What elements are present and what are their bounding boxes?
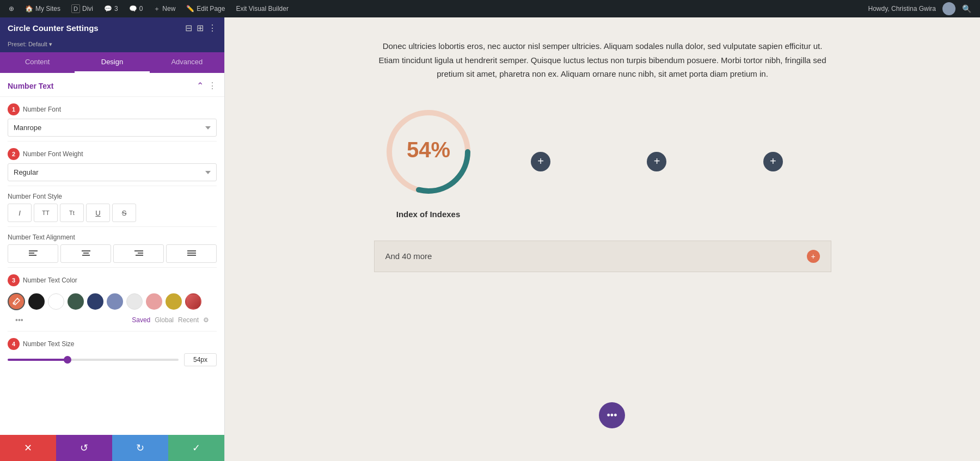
number-text-color-label: 3 Number Text Color: [8, 274, 217, 286]
add-more-button[interactable]: +: [807, 250, 820, 263]
align-center-button[interactable]: [60, 244, 111, 263]
comment-bubble[interactable]: 🗨️ 0: [125, 0, 148, 17]
color-swatch-light-gray[interactable]: [126, 293, 143, 310]
pencil-icon: ✏️: [186, 5, 194, 13]
content-area: Donec ultricies lobortis eros, nec aucto…: [341, 17, 864, 305]
color-swatch-white[interactable]: [48, 293, 64, 310]
size-slider-track[interactable]: [8, 359, 179, 361]
strikethrough-button[interactable]: S: [112, 204, 136, 222]
panel-header-icons: ⊟ ⊞ ⋮: [185, 23, 217, 33]
svg-rect-6: [134, 250, 143, 251]
step-2-badge: 2: [8, 148, 20, 160]
number-font-weight-label: 2 Number Font Weight: [8, 148, 217, 160]
italic-button[interactable]: I: [8, 204, 32, 222]
align-right-button[interactable]: [113, 244, 164, 263]
home-icon: 🏠: [25, 5, 33, 13]
section-controls: ⌃ ⋮: [197, 81, 217, 91]
main-layout: Circle Counter Settings ⊟ ⊞ ⋮ Preset: De…: [0, 17, 980, 461]
color-saved-label[interactable]: Saved: [132, 316, 150, 324]
comments-menu[interactable]: 💬 3: [100, 0, 122, 17]
color-meta: ••• Saved Global Recent ⚙: [8, 314, 217, 327]
align-left-button[interactable]: [8, 244, 58, 263]
color-swatch-gradient[interactable]: [185, 293, 201, 310]
size-slider-thumb[interactable]: [64, 356, 71, 364]
wp-logo[interactable]: ⊕: [4, 0, 19, 17]
number-font-weight-select[interactable]: Regular Bold Light Medium SemiBold: [8, 163, 217, 181]
svg-rect-7: [138, 253, 143, 254]
bubble-icon: 🗨️: [129, 5, 137, 13]
page-content: Donec ultricies lobortis eros, nec aucto…: [225, 17, 980, 461]
dots-icon: •••: [607, 410, 617, 421]
settings-panel: Circle Counter Settings ⊟ ⊞ ⋮ Preset: De…: [0, 17, 225, 461]
more-icon[interactable]: ⋮: [208, 23, 217, 33]
number-text-section-header: Number Text ⌃ ⋮: [0, 73, 224, 97]
step-4-badge: 4: [8, 338, 20, 350]
circle-svg-wrapper: 54%: [379, 103, 477, 201]
divi-menu[interactable]: D Divi: [67, 0, 97, 17]
spacer-col-2: +: [599, 103, 715, 171]
svg-rect-2: [29, 255, 36, 256]
color-global-label[interactable]: Global: [155, 316, 174, 324]
number-font-field: 1 Number Font Manrope Arial Georgia Helv…: [0, 97, 224, 141]
exit-visual-builder-button[interactable]: Exit Visual Builder: [231, 0, 293, 17]
my-sites-menu[interactable]: 🏠 My Sites: [21, 0, 65, 17]
tab-content[interactable]: Content: [0, 52, 75, 73]
action-bar: ✕ ↺ ↻ ✓: [0, 435, 224, 461]
edit-page-button[interactable]: ✏️ Edit Page: [182, 0, 229, 17]
redo-button[interactable]: ↻: [112, 435, 168, 461]
capitalize-button[interactable]: Tt: [60, 204, 84, 222]
plus-icon: ＋: [154, 4, 160, 14]
number-text-alignment-label: Number Text Alignment: [8, 233, 217, 241]
avatar[interactable]: [942, 2, 955, 15]
step-3-badge: 3: [8, 274, 20, 286]
cancel-button[interactable]: ✕: [0, 435, 56, 461]
divi-icon: D: [71, 4, 80, 13]
color-swatch-dark-green[interactable]: [68, 293, 84, 310]
color-swatch-gold[interactable]: [166, 293, 182, 310]
search-icon[interactable]: 🔍: [958, 4, 976, 13]
svg-rect-4: [83, 253, 89, 254]
add-counter-button-2[interactable]: +: [647, 152, 666, 171]
howdy-text: Howdy, Christina Gwira: [864, 5, 940, 13]
comments-icon: 💬: [104, 5, 112, 13]
color-swatch-pink[interactable]: [146, 293, 162, 310]
color-picker-button[interactable]: [8, 293, 25, 310]
add-counter-button-1[interactable]: +: [531, 152, 550, 171]
number-text-alignment-field: Number Text Alignment: [0, 227, 224, 267]
color-recent-label[interactable]: Recent: [178, 316, 199, 324]
floating-dots-button[interactable]: •••: [599, 402, 625, 428]
responsive-icon[interactable]: ⊟: [185, 23, 192, 33]
color-swatch-light-blue[interactable]: [107, 293, 123, 310]
underline-button[interactable]: U: [86, 204, 110, 222]
circle-section: 54% Index of Indexes + + +: [374, 103, 831, 219]
undo-button[interactable]: ↺: [56, 435, 112, 461]
number-font-style-field: Number Font Style I TT Tt U S: [0, 186, 224, 226]
color-swatch-dark-blue[interactable]: [87, 293, 103, 310]
add-counter-button-3[interactable]: +: [763, 152, 783, 171]
collapse-icon[interactable]: ⌃: [197, 81, 204, 91]
size-slider-value[interactable]: [184, 353, 217, 366]
wp-icon: ⊕: [9, 5, 14, 13]
new-content-button[interactable]: ＋ New: [149, 0, 180, 17]
layout-icon[interactable]: ⊞: [197, 23, 204, 33]
number-font-select[interactable]: Manrope Arial Georgia Helvetica Open San…: [8, 119, 217, 137]
number-font-style-label: Number Font Style: [8, 193, 217, 200]
align-justify-button[interactable]: [166, 244, 217, 263]
tab-advanced[interactable]: Advanced: [150, 52, 224, 73]
more-colors-dots[interactable]: •••: [15, 316, 23, 324]
svg-rect-9: [187, 250, 196, 251]
spacer-col-1: +: [483, 103, 599, 171]
svg-text:54%: 54%: [406, 138, 450, 162]
color-settings-icon[interactable]: ⚙: [203, 316, 209, 324]
color-swatches: [8, 290, 217, 314]
tab-design[interactable]: Design: [75, 52, 149, 73]
uppercase-button[interactable]: TT: [34, 204, 58, 222]
svg-rect-1: [29, 253, 34, 254]
size-slider-row: [8, 353, 217, 366]
section-options-icon[interactable]: ⋮: [208, 81, 217, 91]
spacer-col-3: +: [715, 103, 831, 171]
confirm-button[interactable]: ✓: [168, 435, 224, 461]
body-text: Donec ultricies lobortis eros, nec aucto…: [374, 39, 831, 81]
svg-rect-3: [82, 250, 90, 251]
color-swatch-black[interactable]: [28, 293, 45, 310]
